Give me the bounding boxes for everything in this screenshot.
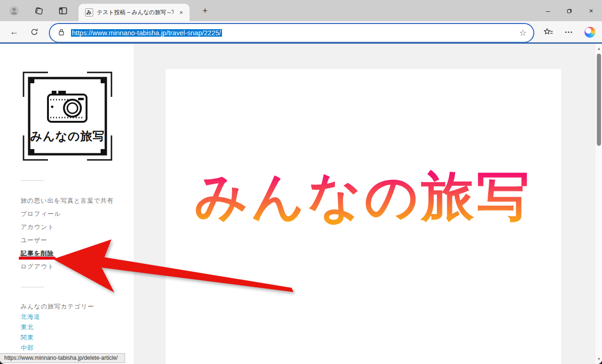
browser-tab[interactable]: み テスト投稿 – みんなの旅写～写 × [79,4,190,21]
close-button[interactable]: × [580,0,602,21]
bookmark-star-icon[interactable]: ☆ [519,28,527,38]
minimize-button[interactable]: – [537,0,559,21]
sidebar: みんなの旅写 旅の思い出を写真と言葉で共有 プロフィール アカウント ユーザー … [0,44,134,364]
sidebar-nav: 旅の思い出を写真と言葉で共有 プロフィール アカウント ユーザー 記事を削除 ロ… [21,194,114,273]
lock-icon [57,28,65,38]
sidebar-item-users[interactable]: ユーザー [21,234,114,247]
sidebar-item-hokkaido[interactable]: 北海道 [21,312,40,322]
url-input[interactable]: https://www.minnano-tabisha.jp/travel-sn… [71,29,519,37]
tab-actions-icon[interactable] [57,5,69,16]
status-bar: https://www.minnano-tabisha.jp/delete-ar… [0,353,125,363]
scroll-thumb[interactable] [597,54,601,146]
category-heading: みんなの旅写カテゴリー [21,302,94,311]
sidebar-item-profile[interactable]: プロフィール [21,207,114,221]
delete-article-red-underline [19,257,55,260]
category-list: 北海道 東北 関東 中部 [21,312,40,353]
sidebar-item-tohoku[interactable]: 東北 [21,322,40,332]
title-bar: み テスト投稿 – みんなの旅写～写 × + – × [0,0,602,21]
site-logo[interactable]: みんなの旅写 [22,71,113,161]
back-button[interactable]: ← [8,25,21,39]
workspaces-icon[interactable] [33,5,44,16]
hero-title: みんなの旅写 [194,162,532,231]
scroll-down-icon[interactable]: ▼ [595,357,602,361]
copilot-icon[interactable] [583,25,596,39]
restore-button[interactable] [559,0,580,21]
refresh-button[interactable] [28,25,41,39]
profile-icon[interactable] [8,5,20,16]
window-controls: – × [537,0,602,21]
sidebar-item-logout[interactable]: ログアウト [21,260,114,273]
sidebar-item-account[interactable]: アカウント [21,221,114,234]
tab-favicon: み [85,8,93,16]
navigation-toolbar: ← https://www.minnano-tabisha.jp/travel-… [0,21,602,42]
more-options-icon[interactable]: ••• [562,25,576,39]
page-content: みんなの旅写 旅の思い出を写真と言葉で共有 プロフィール アカウント ユーザー … [0,44,602,364]
url-selected-text: https://www.minnano-tabisha.jp/travel-sn… [71,29,222,37]
camera-icon [48,91,87,122]
new-tab-button[interactable]: + [199,5,211,16]
vertical-scrollbar[interactable]: ▲ ▼ [595,44,602,364]
browser-window: み テスト投稿 – みんなの旅写～写 × + – × ← [0,0,602,364]
tab-close-icon[interactable]: × [177,8,185,16]
tab-title: テスト投稿 – みんなの旅写～写 [97,8,174,16]
logo-text: みんなの旅写 [30,129,104,142]
sidebar-item-chubu[interactable]: 中部 [21,343,40,353]
article-content: みんなの旅写 [166,69,561,364]
divider [21,287,44,287]
favorites-icon[interactable] [542,25,555,39]
sidebar-item-kanto[interactable]: 関東 [21,332,40,343]
site-tagline: 旅の思い出を写真と言葉で共有 [21,194,114,207]
divider [21,180,44,181]
address-bar[interactable]: https://www.minnano-tabisha.jp/travel-sn… [49,23,534,43]
scroll-up-icon[interactable]: ▲ [595,47,602,51]
